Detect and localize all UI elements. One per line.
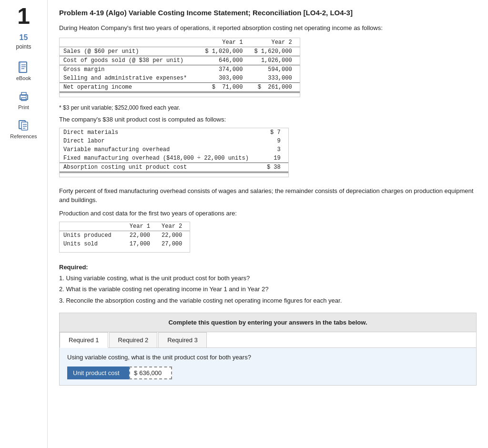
table-row: Fixed manufacturing overhead ($418,000 ÷…	[60, 154, 288, 163]
left-sidebar: 1 15 points eBook Print	[0, 0, 48, 448]
table-row: Net operating income $ 71,000 $ 261,000	[60, 82, 300, 92]
income-table: Year 1 Year 2 Sales (@ $60 per unit) $ 1…	[60, 38, 300, 93]
cost-row-4-val: 19	[263, 154, 288, 163]
note-text: * $3 per unit variable; $252,000 fixed e…	[59, 104, 477, 111]
cost-table: Direct materials $ 7 Direct labor 9 Vari…	[60, 128, 288, 173]
prod-row-1-year2: 22,000	[158, 231, 190, 240]
income-col-year2: Year 2	[250, 38, 299, 47]
required-item-1: 1. Using variable costing, what is the u…	[59, 273, 477, 284]
print-button[interactable]: Print	[17, 90, 30, 110]
page-number: 1	[17, 5, 30, 28]
income-row-5-label: Net operating income	[60, 82, 201, 92]
points-label: points	[16, 43, 31, 50]
answer-label: Unit product cost	[67, 367, 129, 379]
income-row-1-year2: $ 1,620,000	[250, 47, 299, 56]
income-row-4-year1: 303,000	[201, 74, 250, 83]
answer-input-wrapper[interactable]: $ 636,000	[129, 367, 172, 379]
prod-row-2-year1: 17,000	[126, 240, 158, 248]
prod-table: Year 1 Year 2 Units produced 22,000 22,0…	[60, 222, 190, 248]
tabs-row: Required 1 Required 2 Required 3	[60, 332, 476, 348]
prod-row-2-year2: 27,000	[158, 240, 190, 248]
table-row: Cost of goods sold (@ $38 per unit) 646,…	[60, 56, 300, 65]
answer-value[interactable]: 636,000	[139, 369, 162, 377]
svg-point-8	[26, 96, 27, 97]
income-row-3-year1: 374,000	[201, 65, 250, 74]
intro-text: During Heaton Company's first two years …	[59, 23, 477, 33]
prod-table-wrapper: Year 1 Year 2 Units produced 22,000 22,0…	[59, 222, 190, 253]
cost-row-3-label: Variable manufacturing overhead	[60, 145, 263, 154]
prod-col-year2: Year 2	[158, 222, 190, 231]
cost-row-2-val: 9	[263, 137, 288, 145]
income-row-5-year1: $ 71,000	[201, 82, 250, 92]
tab-required2[interactable]: Required 2	[109, 332, 158, 347]
cost-row-2-label: Direct labor	[60, 137, 263, 145]
income-row-2-label: Cost of goods sold (@ $38 per unit)	[60, 56, 201, 65]
table-row: Direct materials $ 7	[60, 128, 288, 137]
income-row-1-label: Sales (@ $60 per unit)	[60, 47, 201, 56]
cost-row-5-label: Absorption costing unit product cost	[60, 163, 263, 172]
income-col-label	[60, 38, 201, 47]
prod-col-year1: Year 1	[126, 222, 158, 231]
income-row-4-year2: 333,000	[250, 74, 299, 83]
required-label: Required:	[59, 262, 477, 273]
tab-required1[interactable]: Required 1	[60, 332, 108, 348]
ebook-button[interactable]: eBook	[16, 61, 31, 81]
complete-box: Complete this question by entering your …	[59, 313, 477, 332]
prod-row-2-label: Units sold	[60, 240, 126, 248]
income-row-4-label: Selling and administrative expenses*	[60, 74, 201, 83]
table-row: Selling and administrative expenses* 303…	[60, 74, 300, 83]
main-content: Problem 4-19 (Algo) Variable Costing Inc…	[48, 0, 488, 448]
table-row: Direct labor 9	[60, 137, 288, 145]
print-label: Print	[18, 104, 29, 110]
cost-intro: The company's $38 unit product cost is c…	[59, 116, 477, 123]
tab-required3[interactable]: Required 3	[158, 332, 207, 347]
tabs-area: Required 1 Required 2 Required 3 Using v…	[59, 332, 477, 386]
required-item-3: 3. Reconcile the absorption costing and …	[59, 295, 477, 306]
cost-table-wrapper: Direct materials $ 7 Direct labor 9 Vari…	[59, 128, 289, 177]
prod-row-1-year1: 22,000	[126, 231, 158, 240]
table-row: Variable manufacturing overhead 3	[60, 145, 288, 154]
income-row-1-year1: $ 1,020,000	[201, 47, 250, 56]
prod-row-1-label: Units produced	[60, 231, 126, 240]
income-table-wrapper: Year 1 Year 2 Sales (@ $60 per unit) $ 1…	[59, 38, 300, 97]
income-col-year1: Year 1	[201, 38, 250, 47]
points-block: 15 points	[16, 32, 31, 51]
table-row: Units produced 22,000 22,000	[60, 231, 190, 240]
answer-dollar: $	[134, 369, 137, 377]
problem-title: Problem 4-19 (Algo) Variable Costing Inc…	[59, 9, 477, 17]
cost-row-1-label: Direct materials	[60, 128, 263, 137]
table-row: Gross margin 374,000 594,000	[60, 65, 300, 74]
svg-rect-1	[19, 62, 21, 72]
income-row-5-year2: $ 261,000	[250, 82, 299, 92]
income-row-2-year2: 1,026,000	[250, 56, 299, 65]
references-label: References	[10, 133, 37, 139]
cost-row-5-val: $ 38	[263, 163, 288, 172]
tab-content-required1: Using variable costing, what is the unit…	[60, 348, 476, 385]
table-row: Units sold 17,000 27,000	[60, 240, 190, 248]
required-item-2: 2. What is the variable costing net oper…	[59, 284, 477, 295]
income-row-3-year2: 594,000	[250, 65, 299, 74]
income-row-3-label: Gross margin	[60, 65, 201, 74]
prod-intro: Production and cost data for the first t…	[59, 210, 477, 217]
answer-row: Unit product cost $ 636,000	[67, 367, 468, 379]
table-row: Sales (@ $60 per unit) $ 1,020,000 $ 1,6…	[60, 47, 300, 56]
cost-row-1-val: $ 7	[263, 128, 288, 137]
cost-row-4-label: Fixed manufacturing overhead ($418,000 ÷…	[60, 154, 263, 163]
required-section: Required: 1. Using variable costing, wha…	[59, 262, 477, 306]
table-row: Absorption costing unit product cost $ 3…	[60, 163, 288, 172]
references-button[interactable]: References	[10, 119, 37, 139]
tab1-question: Using variable costing, what is the unit…	[67, 354, 468, 361]
prod-col-label	[60, 222, 126, 231]
overhead-note: Forty percent of fixed manufacturing ove…	[59, 186, 477, 205]
ebook-label: eBook	[16, 75, 31, 81]
cost-row-3-val: 3	[263, 145, 288, 154]
points-value: 15	[20, 33, 28, 41]
income-row-2-year1: 646,000	[201, 56, 250, 65]
